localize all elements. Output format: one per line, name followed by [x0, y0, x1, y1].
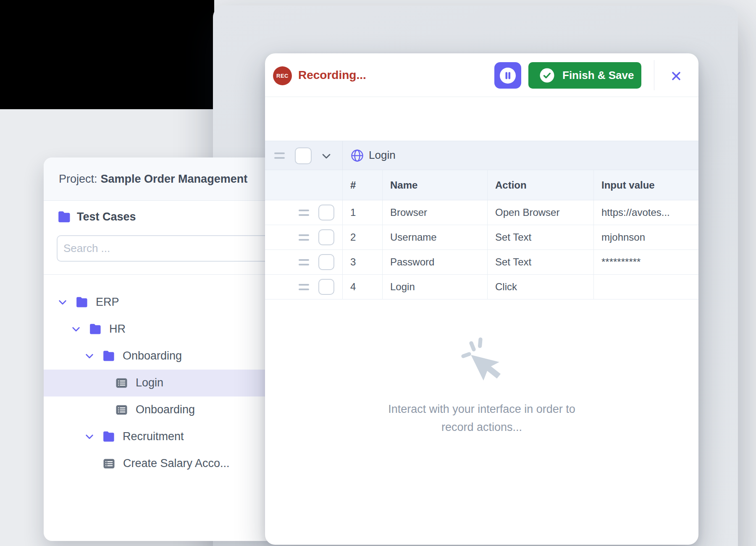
tree-item-onboarding[interactable]: Onboarding	[44, 396, 270, 423]
test-group-row: Login	[265, 141, 698, 170]
folder-icon	[102, 350, 116, 362]
chevron-down-icon	[85, 433, 94, 441]
screen-cutout	[0, 0, 214, 109]
test-cases-section-title: Test Cases	[58, 210, 136, 223]
step-action: Set Text	[487, 250, 593, 274]
step-num: 3	[342, 250, 382, 274]
test-case-icon	[116, 378, 128, 388]
check-icon	[540, 68, 554, 83]
test-case-icon	[103, 458, 115, 469]
pause-icon	[499, 67, 516, 84]
step-row-4[interactable]: 4LoginClick	[265, 275, 698, 299]
rec-badge-label: REC	[276, 73, 289, 79]
project-panel: Project: Sample Order Management Test Ca…	[44, 158, 270, 541]
empty-state-line1: Interact with your interface in order to	[265, 400, 698, 418]
table-header-row: # Name Action Input value	[265, 170, 698, 200]
step-action: Set Text	[487, 225, 593, 249]
step-num: 2	[342, 225, 382, 249]
step-checkbox[interactable]	[318, 205, 334, 220]
recorder-header: REC Recording... Finish & Save	[265, 53, 698, 97]
tree-item-label: Create Salary Acco...	[123, 457, 230, 470]
tree-item-label: Onboarding	[136, 403, 195, 416]
recorder-panel: REC Recording... Finish & Save	[265, 53, 698, 545]
step-row-2[interactable]: 2UsernameSet Textmjohnson	[265, 225, 698, 250]
close-button[interactable]	[668, 68, 685, 85]
test-cases-label: Test Cases	[77, 210, 136, 223]
test-case-tree: ERPHROnboardingLoginOnboardingRecruitmen…	[44, 289, 270, 477]
tree-item-login[interactable]: Login	[44, 370, 270, 396]
group-collapse-button[interactable]	[321, 152, 331, 160]
column-header-num: #	[342, 170, 382, 200]
recording-status-text: Recording...	[298, 53, 366, 97]
drag-handle-icon[interactable]	[299, 259, 309, 265]
folder-icon	[58, 211, 71, 223]
drag-handle-icon[interactable]	[274, 152, 285, 159]
group-checkbox[interactable]	[295, 147, 312, 164]
tree-item-label: Login	[136, 376, 163, 389]
step-input-value	[593, 275, 698, 299]
group-name: Login	[369, 149, 396, 162]
tree-item-hr[interactable]: HR	[44, 316, 270, 343]
finish-save-label: Finish & Save	[562, 69, 634, 82]
step-input-value: mjohnson	[593, 225, 698, 249]
tree-item-create-salary-acco[interactable]: Create Salary Acco...	[44, 450, 270, 477]
step-action: Click	[487, 275, 593, 299]
step-input-value: https://avotes...	[593, 200, 698, 225]
step-num: 1	[342, 200, 382, 225]
step-row-1[interactable]: 1BrowserOpen Browserhttps://avotes...	[265, 200, 698, 225]
tree-item-label: ERP	[96, 296, 119, 309]
chevron-down-icon	[321, 152, 331, 160]
tree-item-onboarding[interactable]: Onboarding	[44, 343, 270, 370]
tree-item-erp[interactable]: ERP	[44, 289, 270, 316]
globe-icon	[351, 149, 364, 162]
step-checkbox[interactable]	[318, 229, 334, 245]
tree-item-recruitment[interactable]: Recruitment	[44, 423, 270, 450]
step-name: Username	[382, 225, 487, 249]
step-checkbox[interactable]	[318, 279, 334, 295]
drag-handle-icon[interactable]	[299, 210, 309, 216]
empty-state-caption: Interact with your interface in order to…	[265, 400, 698, 436]
project-header: Project: Sample Order Management	[44, 158, 270, 201]
divider	[342, 141, 343, 170]
test-case-icon	[116, 404, 128, 415]
project-label: Project:	[59, 173, 97, 186]
folder-icon	[76, 297, 89, 308]
tree-item-label: HR	[109, 323, 126, 336]
step-name: Login	[382, 275, 487, 299]
step-input-value: **********	[593, 250, 698, 274]
recorder-toolbar	[265, 97, 698, 141]
stage: Project: Sample Order Management Test Ca…	[0, 0, 756, 546]
chevron-down-icon	[85, 352, 94, 360]
folder-icon	[89, 323, 102, 335]
step-name: Password	[382, 250, 487, 274]
close-icon	[670, 70, 682, 82]
project-name: Sample Order Management	[101, 173, 248, 186]
chevron-down-icon	[71, 326, 81, 333]
rec-badge: REC	[273, 66, 292, 85]
tree-item-label: Recruitment	[123, 430, 184, 443]
drag-handle-icon[interactable]	[299, 284, 309, 290]
finish-save-button[interactable]: Finish & Save	[528, 62, 641, 89]
divider	[44, 274, 270, 275]
step-num: 4	[342, 275, 382, 299]
cursor-click-icon	[457, 336, 507, 390]
step-checkbox[interactable]	[318, 254, 334, 270]
column-header-name: Name	[382, 170, 487, 200]
empty-state-line2: record actions...	[265, 418, 698, 436]
search-input[interactable]	[57, 235, 275, 262]
folder-icon	[102, 431, 116, 443]
column-header-action: Action	[487, 170, 593, 200]
step-row-3[interactable]: 3PasswordSet Text**********	[265, 250, 698, 275]
step-action: Open Browser	[487, 200, 593, 225]
step-name: Browser	[382, 200, 487, 225]
pause-button[interactable]	[494, 62, 521, 89]
divider	[654, 60, 654, 90]
tree-item-label: Onboarding	[123, 349, 182, 362]
column-header-input-value: Input value	[593, 170, 698, 200]
drag-handle-icon[interactable]	[299, 234, 309, 241]
chevron-down-icon	[58, 299, 67, 306]
